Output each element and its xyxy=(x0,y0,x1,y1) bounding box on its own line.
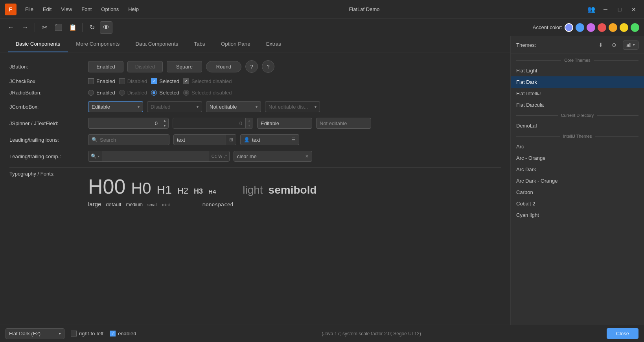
jcheckbox-enabled-wrap[interactable]: Enabled xyxy=(88,78,115,84)
jspinner-1[interactable]: ▲ ▼ xyxy=(88,118,169,129)
back-button[interactable]: ← xyxy=(5,21,17,34)
jcombobox-editable[interactable]: Editable ▾ xyxy=(88,101,143,112)
jbutton-round[interactable]: Round xyxy=(206,61,241,72)
jcheckbox-selected-cb[interactable]: ✓ xyxy=(151,78,157,84)
rtl-checkbox[interactable] xyxy=(71,331,77,336)
typo-medium: medium xyxy=(126,202,143,207)
close-button[interactable]: Close xyxy=(607,328,638,339)
search-field[interactable]: 🔍 xyxy=(88,134,169,145)
theme-flat-light[interactable]: Flat Light xyxy=(511,65,644,76)
search-input[interactable] xyxy=(100,137,166,143)
themes-download-icon[interactable]: ⬇ xyxy=(596,40,605,50)
table-icon[interactable]: ⊞ xyxy=(226,135,236,145)
theme-cyan-light[interactable]: Cyan light xyxy=(511,209,644,221)
comp-field-1[interactable]: 🔍 ▾ Cc W .* xyxy=(88,151,230,162)
tab-more-components[interactable]: More Components xyxy=(68,36,127,52)
person-text-field[interactable]: 👤 text ☰ xyxy=(240,134,299,145)
combo-arrow-2: ▾ xyxy=(197,105,199,109)
window-close-button[interactable]: ✕ xyxy=(628,4,639,15)
jbutton-enabled[interactable]: Enabled xyxy=(88,61,123,72)
theme-combo[interactable]: Flat Dark (F2) ▾ xyxy=(6,328,64,339)
cut-button[interactable]: ✂ xyxy=(38,21,51,34)
theme-carbon[interactable]: Carbon xyxy=(511,187,644,198)
tab-option-pane[interactable]: Option Pane xyxy=(213,36,258,52)
jbutton-question1[interactable]: ? xyxy=(245,60,258,73)
accent-color-yellow[interactable] xyxy=(620,23,628,32)
theme-flat-intellij[interactable]: Flat IntelliJ xyxy=(511,88,644,99)
theme-demolaf[interactable]: DemoLaf xyxy=(511,120,644,131)
accent-color-purple[interactable] xyxy=(587,23,595,32)
minimize-button[interactable]: ─ xyxy=(600,4,611,15)
theme-arc[interactable]: Arc xyxy=(511,141,644,152)
maximize-button[interactable]: □ xyxy=(614,4,625,15)
tab-extras[interactable]: Extras xyxy=(258,36,289,52)
jradio-enabled-wrap[interactable]: Enabled xyxy=(88,90,115,96)
accent-color-red[interactable] xyxy=(598,23,606,32)
jradio-disabled-rb xyxy=(119,90,125,96)
clearable-field[interactable]: clear me ✕ xyxy=(234,151,312,162)
forward-button[interactable]: → xyxy=(19,21,31,34)
theme-flat-dark[interactable]: Flat Dark xyxy=(511,76,644,88)
text-table-field[interactable]: text ⊞ xyxy=(173,134,236,145)
theme-arc-dark[interactable]: Arc Dark xyxy=(511,164,644,175)
enabled-check[interactable]: ✓ enabled xyxy=(110,331,136,336)
menu-edit[interactable]: Edit xyxy=(39,5,55,14)
jradio-selected-rb[interactable] xyxy=(151,90,157,96)
comp-search-icon: 🔍 ▾ xyxy=(88,151,102,161)
jcombobox-not-editable-dis: Not editable dis... ▾ xyxy=(265,101,320,112)
clear-button[interactable]: ✕ xyxy=(305,154,309,159)
menu-options[interactable]: Options xyxy=(97,5,123,14)
themes-github-icon[interactable]: ⊙ xyxy=(609,40,619,50)
accent-color-orange[interactable] xyxy=(609,23,617,32)
jcheckbox-selected-wrap[interactable]: ✓ Selected xyxy=(151,78,179,84)
theme-arc-dark-orange[interactable]: Arc Dark - Orange xyxy=(511,175,644,187)
jradio-selected-wrap[interactable]: Selected xyxy=(151,90,179,96)
tab-tabs[interactable]: Tabs xyxy=(186,36,213,52)
cc-button[interactable]: Cc xyxy=(212,154,217,159)
eye-button[interactable]: 👁 xyxy=(100,21,112,34)
tab-basic-components[interactable]: Basic Components xyxy=(8,36,68,52)
w-button[interactable]: W xyxy=(218,154,222,159)
themes-list[interactable]: Core Themes Flat Light Flat Dark Flat In… xyxy=(511,54,644,325)
enabled-checkbox[interactable]: ✓ xyxy=(110,331,116,336)
app-logo: F xyxy=(5,4,17,15)
menu-file[interactable]: File xyxy=(21,5,37,14)
paste-button[interactable]: 📋 xyxy=(66,21,79,34)
refresh-button[interactable]: ↻ xyxy=(86,21,98,34)
theme-cobalt2[interactable]: Cobalt 2 xyxy=(511,198,644,209)
rtl-check[interactable]: right-to-left xyxy=(71,331,103,336)
menu-help[interactable]: Help xyxy=(124,5,143,14)
jbutton-question2[interactable]: ? xyxy=(262,60,274,73)
jcheckbox-selected-disabled-label: Selected disabled xyxy=(191,78,232,84)
textfield-editable[interactable]: Editable xyxy=(257,118,312,129)
accent-color-blue-grey[interactable] xyxy=(565,23,573,32)
dot-button[interactable]: .* xyxy=(224,154,227,159)
jcombobox-not-editable[interactable]: Not editable ▾ xyxy=(206,101,261,112)
jbutton-square[interactable]: Square xyxy=(167,61,202,72)
theme-arc-orange[interactable]: Arc - Orange xyxy=(511,152,644,164)
menu-view[interactable]: View xyxy=(57,5,76,14)
leading-icons-row: Leading/trailing icons: 🔍 text ⊞ 👤 text … xyxy=(9,134,501,145)
tab-data-components[interactable]: Data Components xyxy=(127,36,186,52)
rtl-label: right-to-left xyxy=(79,331,103,336)
jspinner-1-input[interactable] xyxy=(88,120,161,126)
accent-color-blue[interactable] xyxy=(576,23,584,32)
theme-flat-darcula[interactable]: Flat Darcula xyxy=(511,99,644,111)
jspinner-2-input xyxy=(173,120,245,126)
jspinner-1-down[interactable]: ▼ xyxy=(161,123,168,128)
users-icon[interactable]: 👥 xyxy=(586,4,597,15)
comp-trailing-1: Cc W .* xyxy=(209,151,229,161)
jbutton-disabled: Disabled xyxy=(127,61,163,72)
list-icon[interactable]: ☰ xyxy=(291,137,296,142)
comp-input-1[interactable] xyxy=(102,153,209,159)
jradio-controls: Enabled Disabled Selected Selected disab… xyxy=(88,90,232,96)
accent-color-green[interactable] xyxy=(631,23,639,32)
menu-font[interactable]: Font xyxy=(77,5,96,14)
jcheckbox-enabled-cb[interactable] xyxy=(88,78,94,84)
themes-filter-select[interactable]: all ▾ xyxy=(623,41,638,50)
jspinner-1-up[interactable]: ▲ xyxy=(161,118,168,123)
text-field-2-text: text xyxy=(252,137,289,143)
jradio-enabled-rb[interactable] xyxy=(88,90,94,96)
copy-button[interactable]: ⬛ xyxy=(52,21,65,34)
intellij-separator: IntelliJ Themes xyxy=(511,131,644,141)
